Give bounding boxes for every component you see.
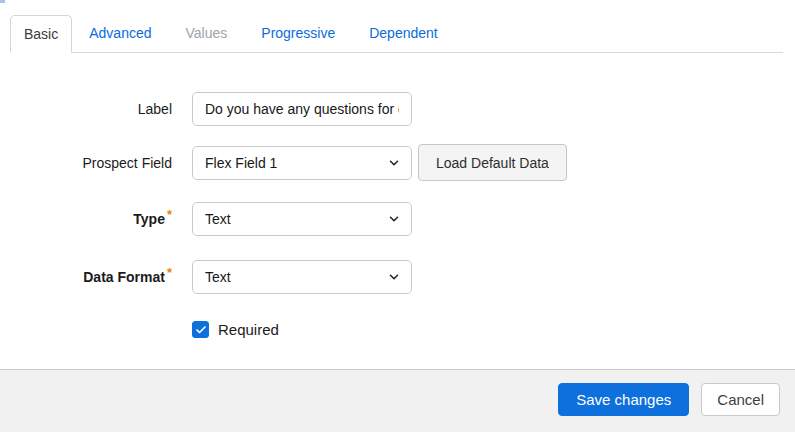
tab-advanced[interactable]: Advanced — [72, 15, 168, 52]
data-format-field-label: Data Format* — [0, 260, 172, 294]
form-row-required: Required — [192, 321, 795, 338]
load-default-data-button[interactable]: Load Default Data — [418, 144, 567, 181]
type-select[interactable]: Text — [192, 202, 412, 236]
prospect-field-selected-value: Flex Field 1 — [205, 155, 277, 171]
form-row-data-format: Data Format* Text — [0, 260, 795, 294]
tab-values[interactable]: Values — [169, 15, 245, 52]
label-input[interactable] — [192, 92, 412, 126]
type-selected-value: Text — [205, 211, 231, 227]
required-checkbox[interactable] — [192, 321, 209, 338]
required-asterisk: * — [167, 265, 172, 280]
chevron-down-icon — [387, 270, 401, 284]
form-panel: Label Prospect Field Flex Field 1 Load D… — [0, 92, 795, 338]
tab-dependent[interactable]: Dependent — [352, 15, 455, 52]
prospect-field-label: Prospect Field — [0, 146, 172, 180]
label-field-label: Label — [0, 92, 172, 126]
tab-basic[interactable]: Basic — [10, 15, 72, 53]
form-row-label: Label — [0, 92, 795, 126]
tab-progressive[interactable]: Progressive — [244, 15, 352, 52]
chevron-down-icon — [387, 156, 401, 170]
data-format-select[interactable]: Text — [192, 260, 412, 294]
footer-action-bar: Save changes Cancel — [0, 369, 795, 432]
form-row-prospect-field: Prospect Field Flex Field 1 Load Default… — [0, 146, 795, 181]
cancel-button[interactable]: Cancel — [701, 383, 780, 416]
checkmark-icon — [195, 324, 207, 336]
chevron-down-icon — [387, 212, 401, 226]
form-row-type: Type* Text — [0, 202, 795, 236]
save-changes-button[interactable]: Save changes — [558, 383, 689, 416]
required-checkbox-label: Required — [218, 321, 279, 338]
tab-bar: Basic Advanced Values Progressive Depend… — [10, 15, 783, 53]
type-field-label: Type* — [0, 202, 172, 236]
prospect-field-select[interactable]: Flex Field 1 — [192, 146, 412, 180]
data-format-selected-value: Text — [205, 269, 231, 285]
required-asterisk: * — [167, 207, 172, 222]
cropped-edge-artifact — [0, 0, 5, 3]
